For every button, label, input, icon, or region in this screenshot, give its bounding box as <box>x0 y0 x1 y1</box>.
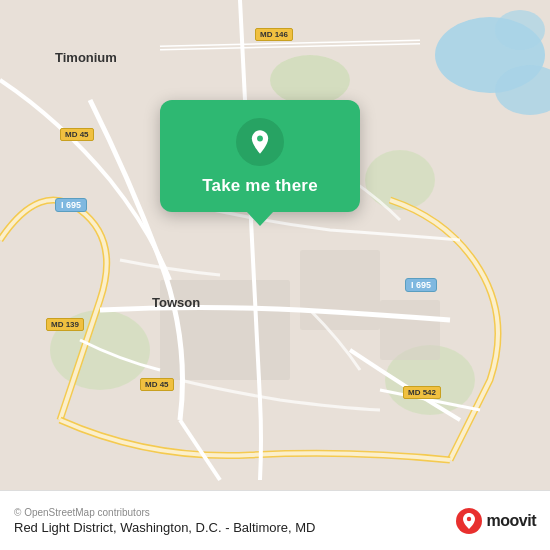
map-container: MD 146 MD 45 I 695 MD 139 MD 45 I 695 MD… <box>0 0 550 490</box>
timonium-label: Timonium <box>55 50 117 65</box>
md146-label: MD 146 <box>255 28 293 41</box>
towson-label: Towson <box>152 295 200 310</box>
take-me-there-button[interactable]: Take me there <box>202 176 318 196</box>
svg-point-3 <box>495 10 545 50</box>
moovit-text: moovit <box>487 512 536 530</box>
popup-card: Take me there <box>160 100 360 212</box>
md45-bottom-label: MD 45 <box>140 378 174 391</box>
svg-rect-10 <box>380 300 440 360</box>
location-label: Red Light District, Washington, D.C. - B… <box>14 520 316 535</box>
svg-rect-9 <box>300 250 380 330</box>
location-pin-icon <box>246 128 274 156</box>
moovit-logo[interactable]: moovit <box>455 507 536 535</box>
moovit-brand-icon <box>455 507 483 535</box>
copyright-text: © OpenStreetMap contributors <box>14 507 316 518</box>
md139-label: MD 139 <box>46 318 84 331</box>
svg-point-13 <box>466 516 470 520</box>
svg-point-11 <box>257 136 263 142</box>
md45-top-label: MD 45 <box>60 128 94 141</box>
md542-label: MD 542 <box>403 386 441 399</box>
bottom-left: © OpenStreetMap contributors Red Light D… <box>14 507 316 535</box>
bottom-bar: © OpenStreetMap contributors Red Light D… <box>0 490 550 550</box>
svg-point-4 <box>270 55 350 105</box>
location-icon-circle <box>236 118 284 166</box>
i695-right-label: I 695 <box>405 278 437 292</box>
i695-left-label: I 695 <box>55 198 87 212</box>
